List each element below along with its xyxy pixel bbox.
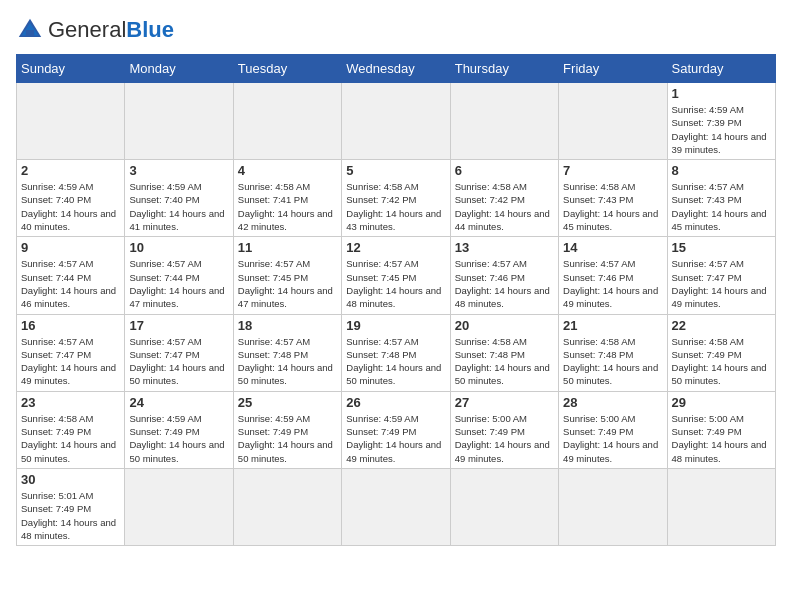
- day-number: 17: [129, 318, 228, 333]
- calendar-cell: 24Sunrise: 4:59 AM Sunset: 7:49 PM Dayli…: [125, 391, 233, 468]
- day-info: Sunrise: 4:58 AM Sunset: 7:49 PM Dayligh…: [672, 335, 771, 388]
- day-number: 26: [346, 395, 445, 410]
- day-number: 19: [346, 318, 445, 333]
- day-info: Sunrise: 4:57 AM Sunset: 7:44 PM Dayligh…: [21, 257, 120, 310]
- day-info: Sunrise: 4:57 AM Sunset: 7:47 PM Dayligh…: [129, 335, 228, 388]
- col-header-tuesday: Tuesday: [233, 55, 341, 83]
- calendar-week-1: 1Sunrise: 4:59 AM Sunset: 7:39 PM Daylig…: [17, 83, 776, 160]
- calendar-cell: 6Sunrise: 4:58 AM Sunset: 7:42 PM Daylig…: [450, 160, 558, 237]
- day-number: 20: [455, 318, 554, 333]
- day-number: 27: [455, 395, 554, 410]
- svg-rect-2: [26, 30, 34, 37]
- day-number: 2: [21, 163, 120, 178]
- calendar-cell: 25Sunrise: 4:59 AM Sunset: 7:49 PM Dayli…: [233, 391, 341, 468]
- day-number: 8: [672, 163, 771, 178]
- day-info: Sunrise: 4:57 AM Sunset: 7:46 PM Dayligh…: [563, 257, 662, 310]
- calendar-cell: [559, 83, 667, 160]
- day-info: Sunrise: 4:57 AM Sunset: 7:48 PM Dayligh…: [238, 335, 337, 388]
- calendar-cell: 4Sunrise: 4:58 AM Sunset: 7:41 PM Daylig…: [233, 160, 341, 237]
- calendar-week-5: 23Sunrise: 4:58 AM Sunset: 7:49 PM Dayli…: [17, 391, 776, 468]
- col-header-monday: Monday: [125, 55, 233, 83]
- day-info: Sunrise: 4:58 AM Sunset: 7:43 PM Dayligh…: [563, 180, 662, 233]
- day-number: 15: [672, 240, 771, 255]
- calendar-cell: 15Sunrise: 4:57 AM Sunset: 7:47 PM Dayli…: [667, 237, 775, 314]
- day-number: 11: [238, 240, 337, 255]
- calendar-cell: 20Sunrise: 4:58 AM Sunset: 7:48 PM Dayli…: [450, 314, 558, 391]
- calendar-cell: 16Sunrise: 4:57 AM Sunset: 7:47 PM Dayli…: [17, 314, 125, 391]
- calendar-week-3: 9Sunrise: 4:57 AM Sunset: 7:44 PM Daylig…: [17, 237, 776, 314]
- day-number: 16: [21, 318, 120, 333]
- logo-blue-text: Blue: [126, 17, 174, 42]
- calendar-cell: 28Sunrise: 5:00 AM Sunset: 7:49 PM Dayli…: [559, 391, 667, 468]
- day-number: 14: [563, 240, 662, 255]
- calendar-cell: [559, 468, 667, 545]
- day-number: 1: [672, 86, 771, 101]
- day-info: Sunrise: 4:58 AM Sunset: 7:49 PM Dayligh…: [21, 412, 120, 465]
- calendar-cell: 19Sunrise: 4:57 AM Sunset: 7:48 PM Dayli…: [342, 314, 450, 391]
- calendar-cell: 21Sunrise: 4:58 AM Sunset: 7:48 PM Dayli…: [559, 314, 667, 391]
- day-info: Sunrise: 4:58 AM Sunset: 7:42 PM Dayligh…: [455, 180, 554, 233]
- calendar-cell: 17Sunrise: 4:57 AM Sunset: 7:47 PM Dayli…: [125, 314, 233, 391]
- day-info: Sunrise: 4:59 AM Sunset: 7:39 PM Dayligh…: [672, 103, 771, 156]
- col-header-thursday: Thursday: [450, 55, 558, 83]
- day-info: Sunrise: 4:59 AM Sunset: 7:40 PM Dayligh…: [129, 180, 228, 233]
- day-info: Sunrise: 4:57 AM Sunset: 7:47 PM Dayligh…: [21, 335, 120, 388]
- day-info: Sunrise: 4:58 AM Sunset: 7:48 PM Dayligh…: [563, 335, 662, 388]
- calendar-cell: [233, 83, 341, 160]
- day-number: 30: [21, 472, 120, 487]
- day-info: Sunrise: 4:59 AM Sunset: 7:49 PM Dayligh…: [129, 412, 228, 465]
- calendar-cell: [667, 468, 775, 545]
- day-info: Sunrise: 4:58 AM Sunset: 7:41 PM Dayligh…: [238, 180, 337, 233]
- calendar-cell: [233, 468, 341, 545]
- calendar-cell: 8Sunrise: 4:57 AM Sunset: 7:43 PM Daylig…: [667, 160, 775, 237]
- day-number: 6: [455, 163, 554, 178]
- calendar-cell: [342, 468, 450, 545]
- day-info: Sunrise: 4:57 AM Sunset: 7:44 PM Dayligh…: [129, 257, 228, 310]
- logo-text: GeneralBlue: [48, 19, 174, 41]
- day-info: Sunrise: 4:57 AM Sunset: 7:43 PM Dayligh…: [672, 180, 771, 233]
- day-info: Sunrise: 4:59 AM Sunset: 7:49 PM Dayligh…: [238, 412, 337, 465]
- day-info: Sunrise: 4:57 AM Sunset: 7:45 PM Dayligh…: [238, 257, 337, 310]
- day-info: Sunrise: 4:58 AM Sunset: 7:48 PM Dayligh…: [455, 335, 554, 388]
- calendar-cell: 30Sunrise: 5:01 AM Sunset: 7:49 PM Dayli…: [17, 468, 125, 545]
- day-number: 29: [672, 395, 771, 410]
- col-header-sunday: Sunday: [17, 55, 125, 83]
- day-info: Sunrise: 4:59 AM Sunset: 7:49 PM Dayligh…: [346, 412, 445, 465]
- day-info: Sunrise: 4:59 AM Sunset: 7:40 PM Dayligh…: [21, 180, 120, 233]
- day-info: Sunrise: 5:00 AM Sunset: 7:49 PM Dayligh…: [563, 412, 662, 465]
- day-info: Sunrise: 4:57 AM Sunset: 7:46 PM Dayligh…: [455, 257, 554, 310]
- calendar-cell: 2Sunrise: 4:59 AM Sunset: 7:40 PM Daylig…: [17, 160, 125, 237]
- col-header-friday: Friday: [559, 55, 667, 83]
- calendar-cell: [450, 83, 558, 160]
- logo-icon: [16, 16, 44, 44]
- calendar-cell: [450, 468, 558, 545]
- calendar-week-6: 30Sunrise: 5:01 AM Sunset: 7:49 PM Dayli…: [17, 468, 776, 545]
- calendar-cell: 23Sunrise: 4:58 AM Sunset: 7:49 PM Dayli…: [17, 391, 125, 468]
- day-number: 28: [563, 395, 662, 410]
- calendar-cell: [125, 83, 233, 160]
- day-number: 24: [129, 395, 228, 410]
- day-info: Sunrise: 5:01 AM Sunset: 7:49 PM Dayligh…: [21, 489, 120, 542]
- day-number: 4: [238, 163, 337, 178]
- day-number: 25: [238, 395, 337, 410]
- day-number: 18: [238, 318, 337, 333]
- calendar-cell: 1Sunrise: 4:59 AM Sunset: 7:39 PM Daylig…: [667, 83, 775, 160]
- calendar-cell: 12Sunrise: 4:57 AM Sunset: 7:45 PM Dayli…: [342, 237, 450, 314]
- calendar-cell: 22Sunrise: 4:58 AM Sunset: 7:49 PM Dayli…: [667, 314, 775, 391]
- calendar-cell: 26Sunrise: 4:59 AM Sunset: 7:49 PM Dayli…: [342, 391, 450, 468]
- day-number: 3: [129, 163, 228, 178]
- calendar-cell: 11Sunrise: 4:57 AM Sunset: 7:45 PM Dayli…: [233, 237, 341, 314]
- day-number: 22: [672, 318, 771, 333]
- calendar-cell: [17, 83, 125, 160]
- col-header-saturday: Saturday: [667, 55, 775, 83]
- calendar-cell: 9Sunrise: 4:57 AM Sunset: 7:44 PM Daylig…: [17, 237, 125, 314]
- day-number: 12: [346, 240, 445, 255]
- calendar-cell: 18Sunrise: 4:57 AM Sunset: 7:48 PM Dayli…: [233, 314, 341, 391]
- page-header: GeneralBlue: [16, 16, 776, 44]
- calendar-cell: [125, 468, 233, 545]
- calendar-cell: [342, 83, 450, 160]
- day-number: 7: [563, 163, 662, 178]
- day-info: Sunrise: 4:57 AM Sunset: 7:48 PM Dayligh…: [346, 335, 445, 388]
- logo-general: GeneralBlue: [48, 17, 174, 42]
- calendar-cell: 7Sunrise: 4:58 AM Sunset: 7:43 PM Daylig…: [559, 160, 667, 237]
